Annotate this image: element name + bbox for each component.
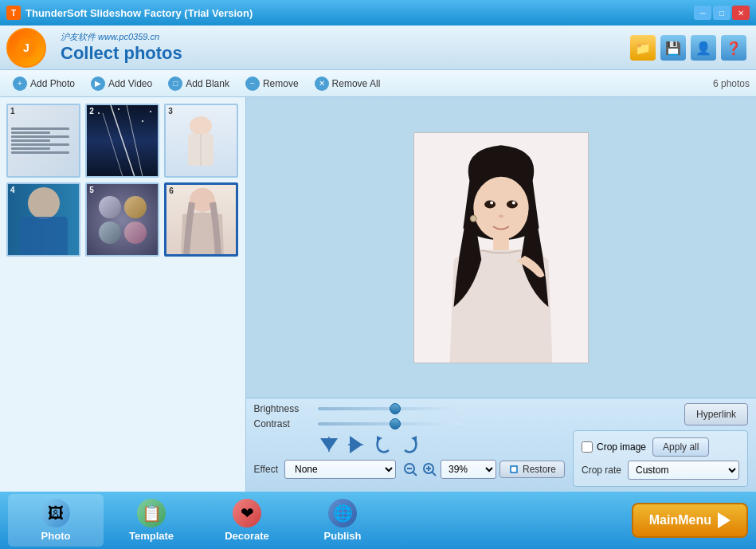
contrast-slider[interactable] xyxy=(318,422,461,425)
flip-horizontal-icon[interactable] xyxy=(318,433,340,456)
thumbnail-3[interactable]: 3 xyxy=(164,104,238,178)
right-controls-panel: Hyperlink Crop image Apply all Crop xyxy=(573,403,748,487)
publish-nav-icon: 🌐 xyxy=(328,499,357,527)
svg-marker-27 xyxy=(350,436,362,445)
header: J 沪友软件 www.pc0359.cn Collect photos 📁 💾 … xyxy=(0,25,756,70)
brightness-row: Brightness xyxy=(254,403,566,414)
thumbnails-grid: 1 2 xyxy=(6,104,239,257)
title-bar: T ThunderSoft Slideshow Factory (Trial V… xyxy=(0,0,756,25)
nav-label-photo: Photo xyxy=(41,530,71,542)
app-icon: T xyxy=(6,6,21,20)
restore-button[interactable]: Restore xyxy=(499,461,565,478)
zoom-select[interactable]: 25%39%50%75%100% xyxy=(441,460,496,479)
title-bar-controls: ─ □ ✕ xyxy=(694,6,750,20)
brightness-slider[interactable] xyxy=(318,407,461,410)
thumbnail-4[interactable]: 4 xyxy=(6,182,80,257)
photos-count: 6 photos xyxy=(713,78,750,89)
svg-point-23 xyxy=(470,215,476,222)
left-controls: Brightness Contrast xyxy=(254,403,566,487)
save-button[interactable]: 💾 xyxy=(660,35,686,61)
brightness-thumb[interactable] xyxy=(390,403,401,414)
help-button[interactable]: ❓ xyxy=(721,35,746,61)
nav-label-publish: Publish xyxy=(324,530,362,542)
preview-image xyxy=(413,132,589,363)
add-video-icon: ▶ xyxy=(91,76,105,91)
contrast-thumb[interactable] xyxy=(390,418,401,429)
svg-point-20 xyxy=(490,201,493,204)
header-title-area: 沪友软件 www.pc0359.cn Collect photos xyxy=(61,31,182,64)
add-photo-icon: + xyxy=(13,76,27,91)
thumbnail-5[interactable]: 5 xyxy=(85,182,159,257)
add-blank-button[interactable]: □ Add Blank xyxy=(162,74,236,93)
svg-rect-17 xyxy=(493,236,509,252)
thumbnail-2[interactable]: 2 xyxy=(85,104,159,178)
nav-item-decorate[interactable]: ❤ Decorate xyxy=(199,494,295,547)
open-folder-button[interactable]: 📁 xyxy=(630,35,656,61)
remove-all-icon: ✕ xyxy=(315,76,329,91)
remove-icon: − xyxy=(245,76,260,91)
flip-vertical-icon[interactable] xyxy=(345,433,367,456)
svg-marker-25 xyxy=(329,438,338,451)
svg-marker-31 xyxy=(411,436,417,441)
nav-item-photo[interactable]: 🖼 Photo xyxy=(8,494,104,547)
zoom-in-icon[interactable] xyxy=(421,461,437,477)
thumbnail-1[interactable]: 1 xyxy=(6,104,80,178)
preview-area xyxy=(246,97,757,398)
minimize-button[interactable]: ─ xyxy=(694,6,711,20)
svg-marker-28 xyxy=(350,445,362,453)
zoom-out-icon[interactable] xyxy=(402,461,418,477)
nav-label-template: Template xyxy=(129,530,174,542)
svg-marker-30 xyxy=(377,436,382,441)
crop-section: Crop image Apply all Crop rate Custom4:3… xyxy=(573,430,748,487)
main-menu-button[interactable]: MainMenu xyxy=(632,503,748,538)
apply-all-button[interactable]: Apply all xyxy=(652,437,709,457)
transform-icons xyxy=(318,433,421,456)
app-title: ThunderSoft Slideshow Factory (Trial Ver… xyxy=(25,7,253,19)
rotate-right-icon[interactable] xyxy=(399,433,421,456)
add-photo-button[interactable]: + Add Photo xyxy=(6,74,81,93)
header-icons: 📁 💾 👤 ❓ xyxy=(630,35,746,61)
controls-area: Brightness Contrast xyxy=(246,398,757,492)
main-menu-label: MainMenu xyxy=(649,513,711,527)
app-logo: J xyxy=(6,28,46,68)
crop-image-label: Crop image xyxy=(597,441,646,453)
thumbnail-6[interactable]: 6 xyxy=(164,182,238,257)
title-bar-left: T ThunderSoft Slideshow Factory (Trial V… xyxy=(6,6,253,20)
effect-select[interactable]: NoneGrayscaleSepiaBlurSharpen xyxy=(284,460,396,479)
user-button[interactable]: 👤 xyxy=(691,35,716,61)
add-blank-icon: □ xyxy=(168,76,182,91)
crop-image-row: Crop image Apply all xyxy=(582,437,739,457)
crop-rate-row: Crop rate Custom4:316:91:13:2 xyxy=(582,461,739,480)
bottom-navigation: 🖼 Photo 📋 Template ❤ Decorate 🌐 Publish … xyxy=(0,492,756,549)
remove-all-button[interactable]: ✕ Remove All xyxy=(308,74,387,93)
close-button[interactable]: ✕ xyxy=(732,6,750,20)
photo-nav-icon: 🖼 xyxy=(41,499,70,527)
decorate-nav-icon: ❤ xyxy=(233,499,261,527)
crop-image-checkbox[interactable] xyxy=(582,441,593,453)
svg-rect-40 xyxy=(511,467,516,472)
play-triangle-icon xyxy=(718,512,731,528)
svg-line-34 xyxy=(413,472,417,476)
contrast-label: Contrast xyxy=(254,418,310,429)
nav-label-decorate: Decorate xyxy=(225,530,269,542)
rotate-left-icon[interactable] xyxy=(372,433,394,456)
hyperlink-button[interactable]: Hyperlink xyxy=(684,403,748,425)
svg-line-3 xyxy=(127,105,143,177)
crop-rate-select[interactable]: Custom4:316:91:13:2 xyxy=(628,461,739,480)
svg-point-19 xyxy=(507,200,518,208)
thumbnails-panel: 1 2 xyxy=(0,97,246,492)
maximize-button[interactable]: □ xyxy=(713,6,731,20)
template-nav-icon: 📋 xyxy=(137,499,166,527)
zoom-controls: 25%39%50%75%100% Restore xyxy=(402,460,565,479)
brightness-label: Brightness xyxy=(254,403,310,414)
svg-point-5 xyxy=(98,112,100,114)
transform-row xyxy=(254,433,566,456)
effect-label: Effect xyxy=(254,464,278,475)
contrast-row: Contrast xyxy=(254,418,566,429)
svg-rect-13 xyxy=(20,217,68,255)
add-video-button[interactable]: ▶ Add Video xyxy=(84,74,159,93)
nav-item-template[interactable]: 📋 Template xyxy=(104,494,199,547)
remove-button[interactable]: − Remove xyxy=(239,74,305,93)
svg-point-6 xyxy=(142,120,143,122)
nav-item-publish[interactable]: 🌐 Publish xyxy=(295,494,390,547)
